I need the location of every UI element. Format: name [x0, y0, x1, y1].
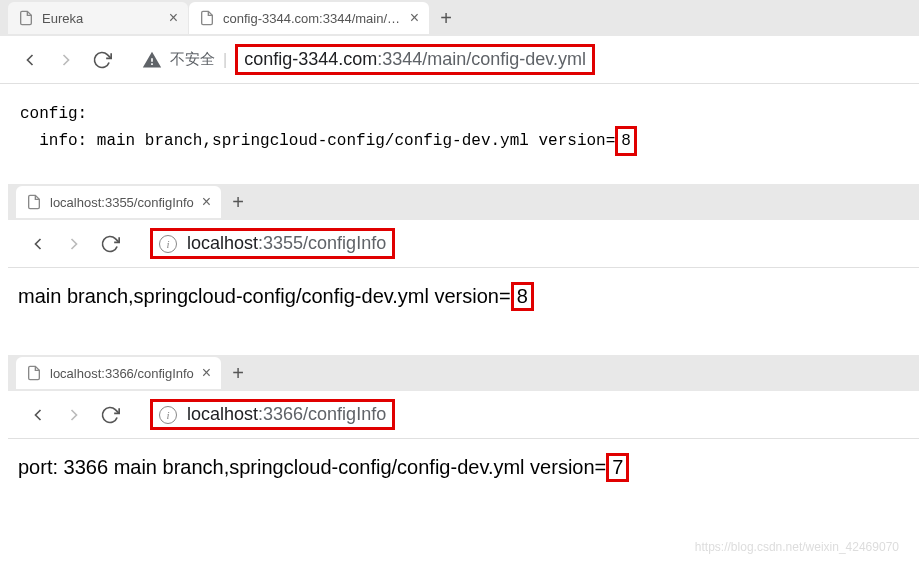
url-text: localhost:3366/configInfo	[187, 404, 386, 425]
version-highlight: 8	[615, 126, 637, 156]
url-text: config-3344.com:3344/main/config-dev.yml	[244, 49, 586, 70]
address-bar[interactable]: i localhost:3355/configInfo	[140, 227, 907, 261]
security-label: 不安全	[170, 50, 215, 69]
page-content: config: info: main branch,springcloud-co…	[0, 84, 919, 164]
page-content: main branch,springcloud-config/config-de…	[8, 268, 919, 325]
tab-config[interactable]: config-3344.com:3344/main/con ×	[189, 2, 429, 34]
close-icon[interactable]: ×	[169, 9, 178, 27]
forward-button[interactable]	[48, 42, 84, 78]
browser-window-1: Eureka × config-3344.com:3344/main/con ×…	[0, 0, 919, 164]
nav-bar: i localhost:3366/configInfo	[8, 391, 919, 439]
url-text: localhost:3355/configInfo	[187, 233, 386, 254]
forward-button[interactable]	[56, 226, 92, 262]
new-tab-button[interactable]: +	[222, 186, 254, 218]
browser-window-2: localhost:3355/configInfo × + i localhos…	[8, 184, 919, 325]
nav-bar: 不安全 | config-3344.com:3344/main/config-d…	[0, 36, 919, 84]
page-icon	[26, 194, 42, 210]
version-highlight: 8	[511, 282, 534, 311]
page-icon	[199, 10, 215, 26]
close-icon[interactable]: ×	[202, 364, 211, 382]
content-text: main branch,springcloud-config/config-de…	[18, 285, 511, 307]
tab-title: config-3344.com:3344/main/con	[223, 11, 402, 26]
tab-title: Eureka	[42, 11, 161, 26]
forward-button[interactable]	[56, 397, 92, 433]
address-bar[interactable]: i localhost:3366/configInfo	[140, 398, 907, 432]
browser-window-3: localhost:3366/configInfo × + i localhos…	[8, 355, 919, 496]
page-icon	[26, 365, 42, 381]
reload-button[interactable]	[92, 226, 128, 262]
close-icon[interactable]: ×	[410, 9, 419, 27]
info-icon: i	[159, 235, 177, 253]
new-tab-button[interactable]: +	[222, 357, 254, 389]
back-button[interactable]	[20, 397, 56, 433]
page-content: port: 3366 main branch,springcloud-confi…	[8, 439, 919, 496]
new-tab-button[interactable]: +	[430, 2, 462, 34]
tab-configinfo-3366[interactable]: localhost:3366/configInfo ×	[16, 357, 221, 389]
tab-title: localhost:3355/configInfo	[50, 195, 194, 210]
close-icon[interactable]: ×	[202, 193, 211, 211]
back-button[interactable]	[12, 42, 48, 78]
tab-eureka[interactable]: Eureka ×	[8, 2, 188, 34]
reload-button[interactable]	[84, 42, 120, 78]
address-bar[interactable]: 不安全 | config-3344.com:3344/main/config-d…	[132, 43, 907, 77]
tab-configinfo-3355[interactable]: localhost:3355/configInfo ×	[16, 186, 221, 218]
url-highlight: i localhost:3366/configInfo	[150, 399, 395, 430]
back-button[interactable]	[20, 226, 56, 262]
url-highlight: config-3344.com:3344/main/config-dev.yml	[235, 44, 595, 75]
tab-bar: Eureka × config-3344.com:3344/main/con ×…	[0, 0, 919, 36]
reload-button[interactable]	[92, 397, 128, 433]
nav-bar: i localhost:3355/configInfo	[8, 220, 919, 268]
tab-bar: localhost:3366/configInfo × +	[8, 355, 919, 391]
content-text: config: info: main branch,springcloud-co…	[20, 105, 615, 150]
warning-icon	[142, 50, 162, 70]
info-icon: i	[159, 406, 177, 424]
tab-title: localhost:3366/configInfo	[50, 366, 194, 381]
page-icon	[18, 10, 34, 26]
tab-bar: localhost:3355/configInfo × +	[8, 184, 919, 220]
separator: |	[223, 51, 227, 69]
url-highlight: i localhost:3355/configInfo	[150, 228, 395, 259]
version-highlight: 7	[606, 453, 629, 482]
content-text: port: 3366 main branch,springcloud-confi…	[18, 456, 606, 478]
